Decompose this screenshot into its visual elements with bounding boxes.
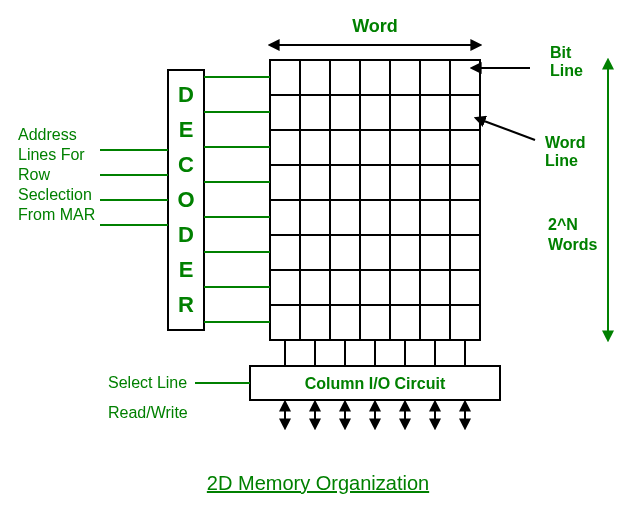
svg-text:Line: Line: [545, 152, 578, 169]
column-io-label: Column I/O Circuit: [305, 375, 446, 392]
svg-text:C: C: [178, 152, 194, 177]
svg-text:Lines For: Lines For: [18, 146, 85, 163]
svg-text:Seclection: Seclection: [18, 186, 92, 203]
word-label: Word: [352, 16, 398, 36]
word-line-annotation: Word Line: [476, 118, 586, 169]
svg-text:Address: Address: [18, 126, 77, 143]
data-io-arrows: [285, 402, 465, 428]
svg-text:E: E: [179, 117, 194, 142]
memory-organization-diagram: D E C O D E R: [0, 0, 636, 512]
svg-text:R: R: [178, 292, 194, 317]
svg-line-41: [476, 118, 535, 140]
svg-text:Line: Line: [550, 62, 583, 79]
two-n-words-label-1: 2^N: [548, 216, 578, 233]
svg-text:E: E: [179, 257, 194, 282]
address-lines: [100, 150, 168, 225]
diagram-title: 2D Memory Organization: [207, 472, 429, 494]
word-lines: [204, 77, 270, 322]
memory-array: [270, 60, 480, 340]
svg-text:D: D: [178, 82, 194, 107]
svg-text:Bit: Bit: [550, 44, 572, 61]
two-n-words-label-2: Words: [548, 236, 598, 253]
address-lines-label: Address Lines For Row Seclection From MA…: [18, 126, 95, 223]
svg-text:From MAR: From MAR: [18, 206, 95, 223]
bit-line-annotation: Bit Line: [472, 44, 583, 79]
select-line-label: Select Line: [108, 374, 187, 391]
decoder-label: D E C O D E R: [177, 82, 194, 317]
read-write-label: Read/Write: [108, 404, 188, 421]
svg-text:O: O: [177, 187, 194, 212]
svg-text:Word: Word: [545, 134, 586, 151]
svg-text:D: D: [178, 222, 194, 247]
svg-text:Row: Row: [18, 166, 50, 183]
bit-lines: [285, 340, 465, 366]
